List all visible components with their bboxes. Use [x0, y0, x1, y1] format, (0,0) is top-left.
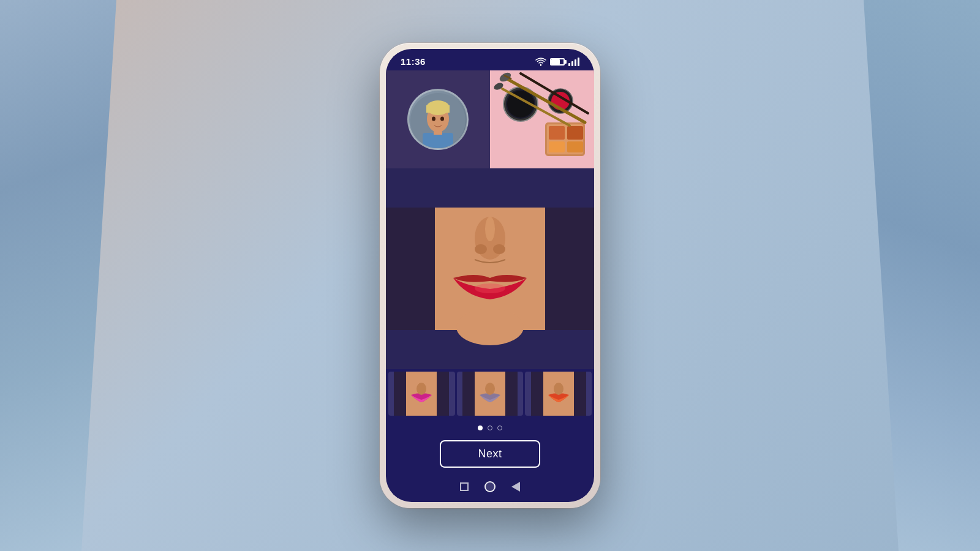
svg-rect-1 — [423, 133, 453, 148]
dot-1[interactable] — [478, 425, 483, 430]
thumbnail-orange-lips[interactable] — [525, 372, 592, 416]
triangle-icon — [511, 482, 520, 492]
scene: 11:36 — [0, 0, 980, 551]
svg-rect-34 — [386, 208, 435, 330]
battery-fill — [551, 59, 560, 64]
svg-point-36 — [456, 309, 524, 345]
jeans-right-bg — [747, 0, 980, 551]
main-face-display — [386, 168, 594, 369]
dot-3[interactable] — [497, 425, 502, 430]
thumbnail-pink-lips[interactable] — [388, 372, 455, 416]
svg-rect-14 — [567, 141, 583, 152]
profile-svg — [410, 93, 466, 148]
phone-wrapper: 11:36 — [380, 43, 600, 508]
phone-body: 11:36 — [380, 43, 600, 508]
svg-rect-44 — [462, 372, 475, 416]
status-icons — [535, 58, 579, 66]
pagination-dots — [386, 418, 594, 435]
svg-point-31 — [493, 244, 505, 254]
top-images — [386, 70, 594, 168]
svg-rect-49 — [531, 372, 543, 416]
square-icon — [460, 482, 469, 491]
signal-bar-2 — [571, 61, 573, 66]
signal-bar-4 — [578, 58, 579, 66]
svg-rect-50 — [574, 372, 586, 416]
svg-rect-45 — [505, 372, 518, 416]
svg-point-30 — [475, 244, 487, 254]
svg-point-46 — [485, 383, 495, 395]
makeup-section — [490, 70, 594, 168]
main-face-svg — [386, 168, 594, 369]
next-button-container: Next — [386, 435, 594, 475]
wifi-icon — [535, 58, 546, 66]
nav-square-button[interactable] — [459, 481, 470, 492]
svg-point-7 — [440, 117, 444, 121]
nav-circle-button[interactable] — [484, 481, 496, 492]
svg-rect-39 — [394, 372, 406, 416]
svg-rect-5 — [426, 105, 450, 113]
thumbnail-mauve-lips[interactable] — [457, 372, 524, 416]
content-area: Next — [386, 70, 594, 502]
thumbnail-3-svg — [531, 372, 586, 416]
svg-point-51 — [554, 383, 564, 395]
profile-section — [386, 70, 490, 168]
svg-rect-13 — [549, 141, 565, 152]
signal-bars — [568, 58, 579, 66]
svg-point-6 — [432, 117, 435, 121]
profile-avatar — [407, 89, 469, 150]
nav-back-button[interactable] — [510, 481, 521, 492]
bottom-nav — [386, 475, 594, 502]
svg-rect-40 — [437, 372, 449, 416]
makeup-flatlay-svg — [490, 70, 594, 168]
signal-bar-3 — [575, 59, 576, 66]
thumbnail-2-svg — [462, 372, 518, 416]
circle-icon — [484, 481, 496, 492]
battery-icon — [550, 58, 565, 66]
signal-bar-1 — [568, 63, 570, 66]
svg-point-33 — [475, 283, 505, 293]
svg-point-32 — [485, 217, 495, 241]
status-time: 11:36 — [401, 56, 426, 67]
dot-2[interactable] — [488, 425, 492, 430]
svg-rect-12 — [567, 126, 583, 140]
next-button[interactable]: Next — [440, 440, 540, 468]
jeans-left-bg — [0, 0, 233, 551]
svg-rect-11 — [549, 126, 565, 140]
status-bar: 11:36 — [386, 49, 594, 70]
phone-screen: 11:36 — [386, 49, 594, 502]
svg-point-41 — [417, 383, 426, 395]
thumbnail-1-svg — [394, 372, 449, 416]
svg-rect-35 — [545, 208, 594, 330]
thumbnail-row — [386, 369, 594, 418]
